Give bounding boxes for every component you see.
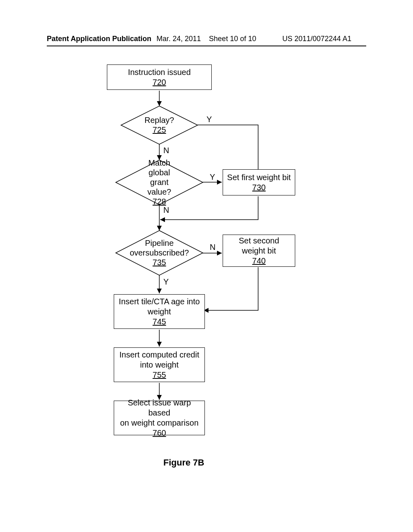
label-725-Y: Y — [206, 115, 212, 124]
node-745: Insert tile/CTA age into weight 745 — [114, 294, 205, 329]
header-mid: Mar. 24, 2011 Sheet 10 of 10 — [156, 35, 256, 43]
node-735-ref: 735 — [130, 258, 189, 267]
flowchart: Instruction issued 720 Replay? 725 Y N M… — [0, 60, 413, 488]
node-755-text1: Insert computed credit — [117, 350, 202, 360]
node-740-text1: Set second — [225, 236, 292, 246]
header-right: US 2011/0072244 A1 — [282, 35, 351, 43]
header-rule — [47, 46, 366, 46]
label-735-Y: Y — [163, 277, 169, 287]
node-760-text2: on weight comparison — [117, 418, 202, 428]
node-735-text2: oversubscribed? — [130, 248, 189, 258]
node-740: Set second weight bit 740 — [223, 235, 295, 267]
node-720: Instruction issued 720 — [107, 64, 212, 90]
header-date: Mar. 24, 2011 — [156, 35, 201, 43]
node-735-text1: Pipeline — [130, 238, 189, 248]
node-755-ref: 755 — [117, 370, 202, 380]
node-745-text1: Insert tile/CTA age into — [117, 297, 202, 307]
node-720-ref: 720 — [110, 77, 209, 87]
node-740-ref: 740 — [225, 256, 292, 266]
header-left: Patent Application Publication — [47, 35, 151, 43]
node-745-ref: 745 — [117, 317, 202, 327]
node-735: Pipeline oversubscribed? 735 — [116, 231, 116, 231]
node-730: Set first weight bit 730 — [223, 169, 295, 195]
node-760-ref: 760 — [117, 428, 202, 438]
connectors — [0, 60, 413, 488]
node-725-text: Replay? — [144, 115, 174, 125]
node-755: Insert computed credit into weight 755 — [114, 347, 205, 382]
node-728-text1: Match — [148, 158, 171, 168]
node-760-text1: Select issue warp based — [117, 398, 202, 418]
node-755-text2: into weight — [117, 360, 202, 370]
node-730-ref: 730 — [225, 183, 292, 193]
label-725-N: N — [163, 146, 169, 155]
node-725-ref: 725 — [144, 125, 174, 135]
label-728-Y: Y — [210, 172, 215, 182]
node-728: Match global grant value? 728 — [116, 160, 116, 160]
node-728-ref: 728 — [148, 197, 171, 206]
node-730-text: Set first weight bit — [225, 172, 292, 183]
node-720-text: Instruction issued — [110, 67, 209, 77]
label-728-N: N — [163, 206, 169, 215]
header-sheet: Sheet 10 of 10 — [209, 35, 256, 43]
node-745-text2: weight — [117, 307, 202, 317]
node-725: Replay? 725 — [121, 106, 121, 106]
node-728-text2: global grant value? — [148, 168, 171, 197]
figure-caption: Figure 7B — [163, 457, 204, 468]
node-760: Select issue warp based on weight compar… — [114, 401, 205, 435]
node-740-text2: weight bit — [225, 246, 292, 256]
label-735-N: N — [210, 243, 215, 252]
